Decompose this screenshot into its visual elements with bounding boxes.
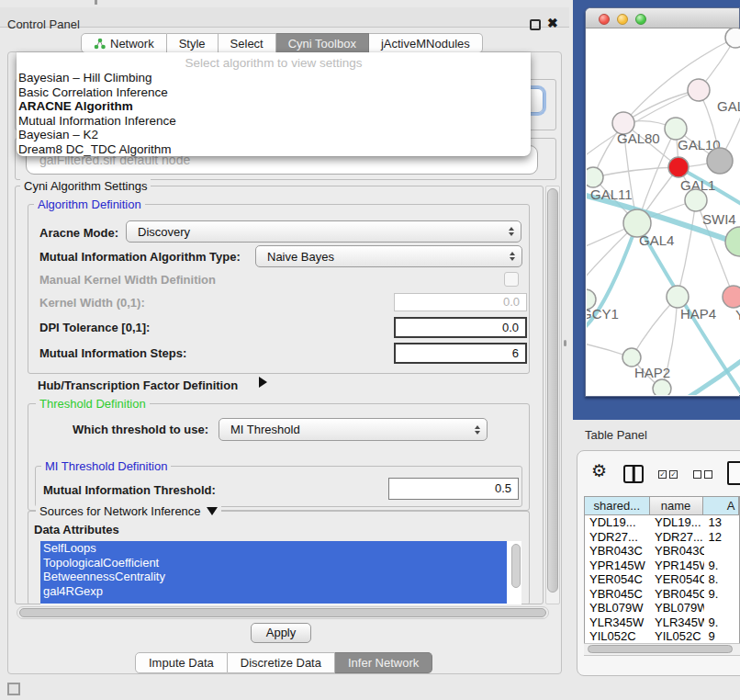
network-node[interactable]	[653, 379, 671, 395]
table-cell[interactable]: YLR345W	[585, 615, 650, 630]
table-cell[interactable]: 9.	[704, 587, 739, 602]
table-row[interactable]: YBL079WYBL079W	[585, 601, 739, 615]
hub-section-label[interactable]: Hub/Transcription Factor Definition	[38, 378, 238, 392]
table-cell[interactable]: 9	[704, 629, 739, 643]
checked-checkbox-icon[interactable]: ✓	[658, 470, 667, 479]
network-node-gal2[interactable]	[688, 79, 710, 101]
network-node[interactable]	[725, 28, 740, 48]
network-window-titlebar[interactable]	[586, 8, 739, 28]
expand-arrow-icon[interactable]	[259, 377, 267, 388]
table-cell[interactable]: YER054C	[650, 572, 704, 587]
gear-icon[interactable]: ⚙	[591, 462, 607, 480]
tab-select[interactable]: Select	[219, 33, 276, 53]
table-cell[interactable]	[704, 601, 739, 615]
algorithm-option-basic-correlation-inference[interactable]: Basic Correlation Inference	[17, 85, 531, 100]
table-cell[interactable]: YLR345W	[650, 615, 704, 630]
tab-jactivemnodules[interactable]: jActiveMNodules	[369, 33, 483, 53]
table-cell[interactable]: YBR045C	[650, 587, 704, 602]
unchecked-checkbox-icon[interactable]	[704, 470, 712, 479]
table-cell[interactable]: YIL052C	[650, 629, 704, 643]
aracne-mode-combobox[interactable]: Discovery	[126, 220, 521, 243]
tab-discretize-data[interactable]: Discretize Data	[228, 652, 335, 673]
tab-impute-data[interactable]: Impute Data	[135, 652, 228, 673]
network-node-hap4[interactable]	[667, 286, 689, 308]
network-node-hap2[interactable]	[622, 348, 641, 367]
table-cell[interactable]: YBL079W	[585, 601, 650, 615]
close-icon[interactable]: ✖	[547, 16, 558, 30]
kernel-width-field[interactable]: 0.0	[394, 293, 527, 311]
table-cell[interactable]: YER054C	[585, 572, 650, 587]
table-cell[interactable]: YDR27...	[585, 530, 650, 545]
table-cell[interactable]: 8.	[704, 572, 739, 587]
table-row[interactable]: YDL19...YDL19...13	[585, 515, 739, 530]
network-view-window[interactable]: GAL2GAL80GAL10GAL1GAL11SWI4GAL4GCY1HAP4Y…	[585, 7, 740, 397]
table-horizontal-scrollbar-thumb[interactable]	[588, 645, 733, 653]
column-header-name[interactable]: name	[650, 497, 703, 514]
float-window-icon[interactable]	[530, 19, 541, 30]
column-header-a[interactable]: A	[703, 497, 739, 514]
network-node-gal1[interactable]	[668, 157, 689, 177]
table-cell[interactable]: 12	[704, 530, 739, 545]
unchecked-checkbox-icon[interactable]	[693, 470, 701, 479]
dpi-tolerance-field[interactable]: 0.0	[394, 317, 527, 338]
algorithm-option-aracne-algorithm[interactable]: ARACNE Algorithm	[17, 99, 531, 114]
tab-infer-network[interactable]: Infer Network	[335, 652, 432, 673]
table-row[interactable]: YBR045CYBR045C9.	[585, 587, 739, 602]
splitter-grip[interactable]	[564, 340, 566, 346]
collapsed-panel-icon[interactable]	[7, 683, 20, 695]
close-button[interactable]	[599, 14, 610, 25]
table-cell[interactable]: YBR043C	[650, 544, 704, 559]
network-canvas[interactable]: GAL2GAL80GAL10GAL1GAL11SWI4GAL4GCY1HAP4Y…	[587, 28, 740, 395]
attribute-item-gal4rgexp[interactable]: gal4RGexp	[40, 584, 507, 599]
table-cell[interactable]: YBL079W	[650, 601, 704, 615]
table-cell[interactable]: YPR145W	[585, 559, 650, 573]
table-cell[interactable]: YDL19...	[650, 515, 704, 530]
network-node-gal11[interactable]	[587, 167, 603, 187]
list-scrollbar[interactable]	[511, 544, 521, 588]
table-cell[interactable]: YIL052C	[585, 629, 650, 643]
sources-group-title[interactable]: Sources for Network Inference	[36, 504, 221, 518]
table-row[interactable]: YDR27...YDR27...12	[585, 530, 739, 545]
algorithm-option-bayesian-hill-climbing[interactable]: Bayesian – Hill Climbing	[17, 71, 531, 85]
algorithm-option-mutual-information-inference[interactable]: Mutual Information Inference	[17, 114, 531, 129]
split-columns-icon[interactable]	[623, 465, 644, 483]
table-row[interactable]: YBR043CYBR043C	[585, 544, 739, 559]
mi-steps-field[interactable]: 6	[394, 343, 527, 364]
table-cell[interactable]: YDL19...	[585, 515, 650, 530]
mi-threshold-field[interactable]: 0.5	[388, 478, 519, 500]
which-threshold-combobox[interactable]: MI Threshold	[219, 418, 488, 441]
mi-type-combobox[interactable]: Naive Bayes	[255, 245, 522, 267]
file-icon[interactable]	[727, 461, 740, 485]
attribute-item-topologicalcoefficient[interactable]: TopologicalCoefficient	[40, 556, 507, 570]
zoom-button[interactable]	[635, 14, 646, 25]
table-cell[interactable]: YBR043C	[585, 544, 650, 559]
table-row[interactable]: YPR145WYPR145W9.	[585, 559, 739, 573]
network-node[interactable]	[707, 148, 733, 174]
attribute-item-partial[interactable]	[40, 598, 507, 604]
settings-horizontal-scrollbar-thumb[interactable]	[19, 608, 546, 617]
attribute-item-selfloops[interactable]: SelfLoops	[40, 541, 507, 556]
algorithm-option-bayesian-k2[interactable]: Bayesian – K2	[17, 128, 531, 142]
table-row[interactable]: YLR345WYLR345W9.	[585, 615, 739, 630]
column-header-shared[interactable]: shared...	[585, 497, 650, 514]
table-cell[interactable]: 13	[704, 515, 739, 530]
minimize-button[interactable]	[617, 14, 628, 25]
apply-button[interactable]: Apply	[251, 623, 311, 643]
table-cell[interactable]	[704, 544, 739, 559]
manual-kernel-checkbox[interactable]	[504, 272, 519, 287]
checked-checkbox-icon[interactable]: ✓	[669, 470, 678, 479]
table-cell[interactable]: YDR27...	[650, 530, 704, 545]
settings-vertical-scrollbar-thumb[interactable]	[547, 188, 558, 593]
tab-cyni-toolbox[interactable]: Cyni Toolbox	[276, 33, 369, 53]
tab-network[interactable]: Network	[81, 33, 167, 53]
attribute-item-betweennesscentrality[interactable]: BetweennessCentrality	[40, 570, 507, 584]
network-node-swi4[interactable]	[685, 189, 707, 211]
table-cell[interactable]: 9.	[704, 559, 739, 573]
table-row[interactable]: YER054CYER054C8.	[585, 572, 739, 587]
network-node[interactable]	[725, 227, 740, 256]
network-node-y[interactable]	[723, 286, 740, 308]
table-cell[interactable]: 9.	[704, 615, 739, 630]
tab-style[interactable]: Style	[167, 33, 219, 53]
algorithm-option-dream8-dc-tdc-algorithm[interactable]: Dream8 DC_TDC Algorithm	[17, 142, 531, 157]
table-row[interactable]: YIL052CYIL052C9	[585, 629, 739, 643]
